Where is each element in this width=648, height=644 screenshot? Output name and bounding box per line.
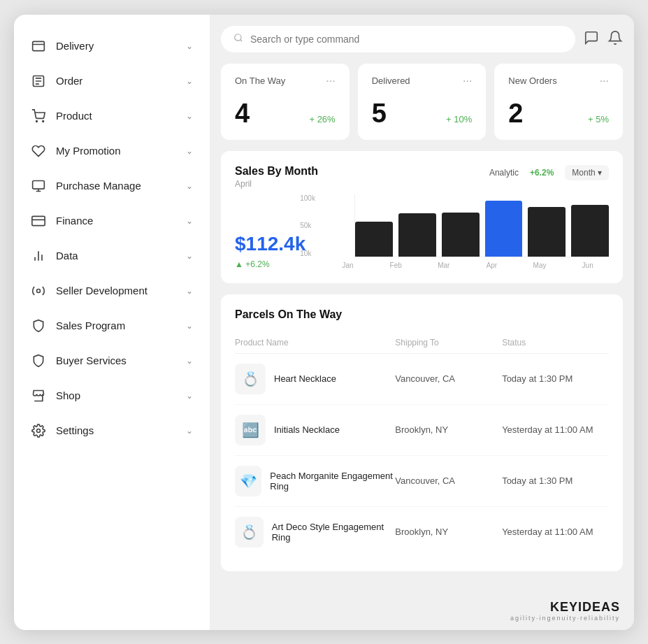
sidebar-item-purchase-manage[interactable]: Purchase Manage ⌄ — [14, 169, 210, 203]
td-shipping-3: Brooklyn, NY — [395, 527, 502, 537]
stat-menu-delivered[interactable]: ··· — [463, 75, 472, 87]
sidebar-item-product[interactable]: Product ⌄ — [14, 99, 210, 134]
chevron-delivery: ⌄ — [186, 41, 193, 51]
sidebar: Delivery ⌄ Order ⌄ Product ⌄ — [14, 15, 210, 630]
product-name-0: Heart Necklace — [274, 373, 336, 384]
brand-name: KEYIDEAS — [510, 600, 620, 615]
sales-card: Sales By Month April Analytic +6.2% Mont… — [221, 151, 623, 283]
stat-menu-new-orders[interactable]: ··· — [600, 75, 609, 87]
settings-icon — [31, 423, 46, 438]
sidebar-item-my-promotion[interactable]: My Promotion ⌄ — [14, 134, 210, 169]
sidebar-label-finance: Finance — [56, 215, 93, 227]
bar-may — [528, 207, 566, 256]
shop-icon — [31, 388, 46, 403]
sales-program-icon — [31, 318, 46, 334]
product-thumb-1: 🔤 — [235, 415, 266, 445]
sidebar-item-data[interactable]: Data ⌄ — [14, 238, 210, 273]
th-status: Status — [502, 338, 609, 348]
td-shipping-0: Vancouver, CA — [395, 373, 502, 384]
svg-point-10 — [37, 429, 41, 432]
stat-value-delivered: 5 — [372, 99, 387, 129]
chevron-product: ⌄ — [186, 111, 193, 121]
sidebar-label-buyer-services: Buyer Services — [56, 355, 127, 366]
stat-cards: On The Way ··· 4 + 26% Delivered ··· 5 +… — [221, 64, 623, 140]
header-area — [221, 26, 623, 52]
sidebar-label-product: Product — [56, 110, 92, 122]
stat-label-on-the-way: On The Way — [235, 76, 285, 86]
stat-card-on-the-way: On The Way ··· 4 + 26% — [221, 64, 350, 140]
bar-chart — [354, 194, 609, 257]
td-product-2: 💎 Peach Morganite Engagement Ring — [235, 466, 395, 496]
brand-tagline: agility·ingenuity·reliability — [510, 615, 620, 622]
product-icon — [31, 108, 46, 124]
td-status-3: Yesterday at 11:00 AM — [502, 527, 609, 537]
sidebar-label-delivery: Delivery — [56, 40, 94, 52]
th-shipping-to: Shipping To — [395, 338, 502, 348]
analytic-label: Analytic — [489, 168, 519, 178]
chat-icon[interactable] — [584, 30, 599, 48]
stat-change-delivered: + 10% — [446, 114, 472, 124]
svg-line-12 — [240, 39, 243, 41]
stat-label-delivered: Delivered — [372, 76, 410, 86]
sidebar-item-buyer-services[interactable]: Buyer Services ⌄ — [14, 343, 210, 378]
td-status-2: Today at 1:30 PM — [502, 475, 609, 486]
stat-card-delivered: Delivered ··· 5 + 10% — [358, 64, 487, 140]
x-label-jun: Jun — [566, 262, 609, 269]
svg-point-11 — [235, 34, 241, 40]
stat-change-new-orders: + 5% — [588, 114, 609, 124]
product-name-1: Initials Necklace — [274, 424, 340, 435]
y-label-10k: 10k — [300, 250, 315, 257]
search-input[interactable] — [250, 34, 563, 45]
svg-rect-5 — [32, 216, 45, 225]
bell-icon[interactable] — [607, 30, 623, 48]
x-label-may: May — [519, 262, 561, 269]
svg-rect-0 — [33, 41, 45, 50]
x-label-mar: Mar — [422, 262, 465, 269]
month-selector[interactable]: Month ▾ — [565, 165, 609, 180]
brand-keyideas: KEYIDEAS agility·ingenuity·reliability — [510, 600, 620, 622]
chevron-buyer-services: ⌄ — [186, 356, 193, 366]
stat-value-new-orders: 2 — [508, 99, 523, 129]
sidebar-item-seller-development[interactable]: Seller Development ⌄ — [14, 273, 210, 308]
table-header: Product Name Shipping To Status — [235, 332, 609, 354]
seller-dev-icon — [31, 283, 46, 299]
product-name-2: Peach Morganite Engagement Ring — [270, 471, 395, 492]
purchase-icon — [31, 178, 46, 194]
chevron-finance: ⌄ — [186, 216, 193, 226]
table-row: 💍 Art Deco Style Engagement Ring Brookly… — [235, 507, 609, 557]
sidebar-label-data: Data — [56, 250, 78, 262]
stat-menu-on-the-way[interactable]: ··· — [326, 75, 335, 87]
y-label-50k: 50k — [300, 222, 315, 229]
product-thumb-3: 💍 — [235, 517, 264, 548]
stat-change-on-the-way: + 26% — [309, 114, 335, 124]
x-label-apr: Apr — [470, 262, 513, 269]
product-thumb-0: 💍 — [235, 364, 266, 394]
sidebar-item-sales-program[interactable]: Sales Program ⌄ — [14, 308, 210, 343]
sidebar-item-delivery[interactable]: Delivery ⌄ — [14, 29, 210, 64]
sidebar-item-settings[interactable]: Settings ⌄ — [14, 413, 210, 448]
chevron-order: ⌄ — [186, 76, 193, 86]
table-row: 💍 Heart Necklace Vancouver, CA Today at … — [235, 354, 609, 405]
sidebar-item-finance[interactable]: Finance ⌄ — [14, 203, 210, 238]
bar-chart-x-labels: JanFebMarAprMayJun — [326, 257, 609, 269]
sidebar-label-seller-development: Seller Development — [56, 285, 147, 296]
buyer-services-icon — [31, 353, 46, 368]
chevron-purchase-manage: ⌄ — [186, 181, 193, 191]
sidebar-label-my-promotion: My Promotion — [56, 145, 121, 157]
chevron-settings: ⌄ — [186, 426, 193, 436]
parcels-rows: 💍 Heart Necklace Vancouver, CA Today at … — [235, 354, 609, 557]
parcels-card: Parcels On The Way Product Name Shipping… — [221, 294, 623, 571]
bar-feb — [398, 213, 436, 256]
chevron-my-promotion: ⌄ — [186, 146, 193, 156]
sales-amount: $112.4k — [235, 233, 305, 255]
td-shipping-2: Vancouver, CA — [395, 475, 502, 486]
sidebar-item-order[interactable]: Order ⌄ — [14, 64, 210, 99]
bar-chart-wrapper: 100k 50k 10k JanFebMarAprMayJun — [326, 194, 609, 269]
finance-icon — [31, 213, 46, 229]
x-label-jan: Jan — [326, 262, 369, 269]
app-container: Delivery ⌄ Order ⌄ Product ⌄ — [14, 15, 634, 630]
bar-mar — [442, 213, 480, 257]
sidebar-item-shop[interactable]: Shop ⌄ — [14, 378, 210, 413]
svg-point-9 — [37, 289, 41, 292]
sales-subtitle: April — [235, 179, 318, 189]
